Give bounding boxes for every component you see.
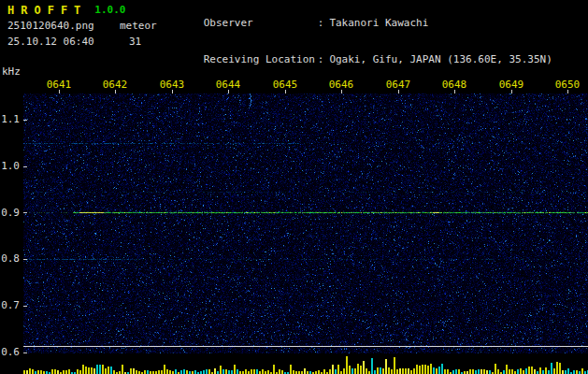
station-value: Ogaki, Gifu, JAPAN (136.60E, 35.35N) bbox=[329, 53, 552, 65]
freq-tick-label: 1.0 bbox=[0, 160, 20, 172]
freq-tick-label: 1.1 bbox=[0, 113, 20, 125]
colon-separator: : bbox=[318, 17, 324, 29]
colon-separator: : bbox=[318, 53, 324, 65]
freq-tick-label: 0.8 bbox=[0, 252, 20, 265]
station-value: Takanori Kawachi bbox=[329, 17, 428, 29]
time-row: 25.10.12 06:40 bbox=[7, 36, 94, 48]
mode-label: meteor bbox=[120, 20, 157, 32]
datetime-label: 25.10.12 06:40 bbox=[7, 36, 94, 48]
hrofft-window: HROFFT 1.0.0 2510120640.png meteor 25.10… bbox=[0, 0, 588, 374]
freq-tick-label: 0.7 bbox=[0, 299, 20, 311]
app-version: 1.0.0 bbox=[94, 4, 125, 17]
freq-tick-label: 0.9 bbox=[0, 207, 20, 219]
station-info-row: Receiving Location:Ogaki, Gifu, JAPAN (1… bbox=[166, 41, 552, 78]
file-row: 2510120640.png bbox=[7, 20, 94, 32]
station-label: Observer bbox=[204, 17, 318, 29]
echo-count: 31 bbox=[129, 36, 141, 48]
khz-axis-label: kHz bbox=[2, 65, 21, 78]
app-title: HROFFT bbox=[7, 4, 87, 17]
station-info-row: Observer:Takanori Kawachi bbox=[166, 5, 552, 41]
spectrogram-canvas bbox=[23, 90, 588, 374]
freq-tick-label: 0.6 bbox=[0, 346, 20, 358]
output-filename: 2510120640.png bbox=[7, 20, 94, 32]
app-header: HROFFT 1.0.0 bbox=[7, 4, 125, 17]
station-label: Receiving Location bbox=[204, 53, 318, 65]
